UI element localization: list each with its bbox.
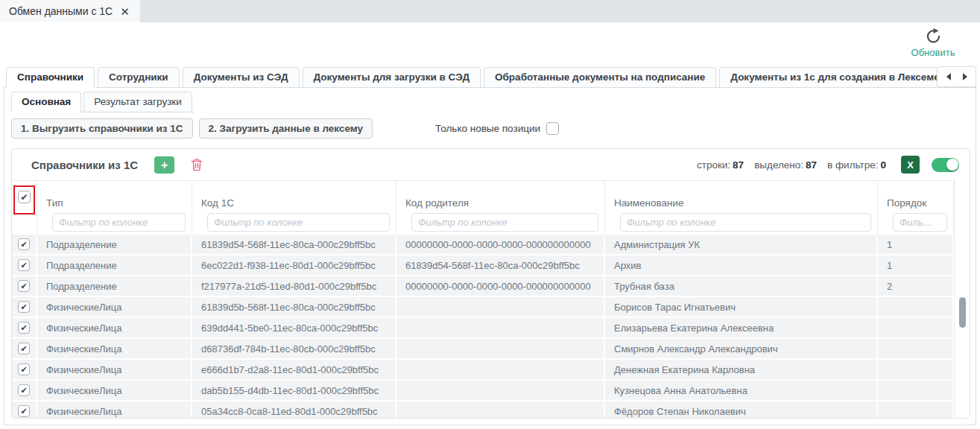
cell-code-1c: 6ec022d1-f938-11ec-80d1-000c29bff5bc xyxy=(192,255,396,276)
cell-parent-code xyxy=(396,318,605,339)
cell-code-1c: f217977a-21d5-11ed-80d1-000c29bff5bc xyxy=(192,276,396,297)
cell-name: Администрация УК xyxy=(605,235,878,255)
only-new-positions[interactable]: Только новые позиции xyxy=(435,122,559,135)
cell-parent-code xyxy=(396,401,605,419)
filter-input-type[interactable] xyxy=(52,213,186,232)
row-checkbox[interactable] xyxy=(18,259,30,271)
cell-name: Борисов Тарас Игнатьевич xyxy=(605,297,878,318)
subtab-load-result[interactable]: Результат загрузки xyxy=(83,92,192,112)
row-checkbox[interactable] xyxy=(18,384,30,396)
cell-code-1c: 61839d5b-568f-11ec-80ca-000c29bff5bc xyxy=(192,297,396,318)
vertical-scrollbar xyxy=(954,180,970,418)
cell-name: Смирнов Александр Александрович xyxy=(605,339,878,360)
cell-parent-code xyxy=(396,339,605,360)
cell-order xyxy=(878,339,954,360)
excel-export-button[interactable]: X xyxy=(901,156,920,174)
table-row[interactable]: Подразделение f217977a-21d5-11ed-80d1-00… xyxy=(12,276,954,297)
delete-row-button[interactable] xyxy=(189,156,204,173)
filter-input-name[interactable] xyxy=(620,213,871,232)
tab-sotrudniki[interactable]: Сотрудники xyxy=(98,67,180,88)
row-checkbox-cell xyxy=(12,360,37,381)
grid-header: Справочники из 1С + строки:87 выделено:8… xyxy=(12,149,970,180)
cell-type: ФизическиеЛица xyxy=(37,297,192,318)
cell-parent-code xyxy=(396,381,605,401)
table-row[interactable]: Подразделение 61839d54-568f-11ec-80ca-00… xyxy=(12,235,954,255)
cell-code-1c: e666d1b7-d2a8-11ec-80d1-000c29bff5bc xyxy=(192,360,396,381)
tab-docs-from-1c[interactable]: Документы из 1с для создания в Лексеме xyxy=(719,67,950,88)
add-row-button[interactable]: + xyxy=(154,156,174,174)
cell-parent-code: 00000000-0000-0000-0000-000000000000 xyxy=(396,276,605,297)
cell-order xyxy=(878,360,954,381)
row-checkbox-cell xyxy=(12,255,37,276)
tab-docs-from-sed[interactable]: Документы из СЭД xyxy=(183,67,300,88)
row-checkbox[interactable] xyxy=(18,238,30,250)
refresh-button[interactable]: Обновить xyxy=(905,27,961,58)
stat-selected: выделено:87 xyxy=(754,159,817,171)
cell-type: ФизическиеЛица xyxy=(37,339,192,360)
refresh-label: Обновить xyxy=(905,47,961,58)
only-new-positions-checkbox[interactable] xyxy=(546,122,559,135)
column-parent-code: Код родителя xyxy=(396,181,605,235)
column-code-1c: Код 1С xyxy=(192,181,396,235)
grid-panel: Справочники из 1С + строки:87 выделено:8… xyxy=(11,148,970,419)
row-checkbox[interactable] xyxy=(18,343,30,355)
grid-toggle[interactable] xyxy=(932,158,959,172)
cell-order xyxy=(878,381,954,401)
filter-input-order[interactable] xyxy=(893,213,947,232)
cell-code-1c: 61839d54-568f-11ec-80ca-000c29bff5bc xyxy=(192,235,396,255)
cell-type: ФизическиеЛица xyxy=(37,318,192,339)
table-row[interactable]: ФизическиеЛица d68736df-784b-11ec-80cb-0… xyxy=(12,339,954,360)
scrollbar-thumb[interactable] xyxy=(959,297,966,328)
tab-scroll-left-icon[interactable] xyxy=(946,73,951,80)
table-row[interactable]: ФизическиеЛица 05a34cc8-0ca8-11ed-80d1-0… xyxy=(12,401,954,419)
subtab-main[interactable]: Основная xyxy=(11,92,81,112)
table-row[interactable]: ФизическиеЛица 639dd441-5be0-11ec-80ca-0… xyxy=(12,318,954,339)
table-row[interactable]: ФизическиеЛица dab5b155-d4db-11ec-80d1-0… xyxy=(12,381,954,401)
cell-order xyxy=(878,297,954,318)
stat-filtered: в фильтре:0 xyxy=(827,159,886,171)
row-checkbox[interactable] xyxy=(18,280,30,292)
cell-type: Подразделение xyxy=(37,255,192,276)
table-row[interactable]: Подразделение 6ec022d1-f938-11ec-80d1-00… xyxy=(12,255,954,276)
cell-order xyxy=(878,318,954,339)
cell-type: ФизическиеЛица xyxy=(37,381,192,401)
load-to-lexema-button[interactable]: 2. Загрузить данные в лексему xyxy=(199,118,373,139)
filter-input-parent-code[interactable] xyxy=(411,213,598,232)
cell-parent-code: 61839d54-568f-11ec-80ca-000c29bff5bc xyxy=(396,255,605,276)
refresh-icon xyxy=(905,27,961,45)
document-tab[interactable]: Обмен данными с 1С ✕ xyxy=(0,0,140,22)
cell-code-1c: 05a34cc8-0ca8-11ed-80d1-000c29bff5bc xyxy=(192,401,396,419)
main-tabs: Справочники Сотрудники Документы из СЭД … xyxy=(4,66,976,88)
tab-spravochniki[interactable]: Справочники xyxy=(6,67,95,88)
cell-name: Архив xyxy=(605,255,878,276)
trash-icon xyxy=(189,163,204,174)
cell-parent-code: 00000000-0000-0000-0000-000000000000 xyxy=(396,235,605,255)
row-checkbox[interactable] xyxy=(18,405,30,417)
grid-header-right: строки:87 выделено:87 в фильтре:0 X xyxy=(686,156,959,174)
cell-code-1c: d68736df-784b-11ec-80cb-000c29bff5bc xyxy=(192,339,396,360)
table-row[interactable]: ФизическиеЛица e666d1b7-d2a8-11ec-80d1-0… xyxy=(12,360,954,381)
row-checkbox-cell xyxy=(12,297,37,318)
only-new-positions-label: Только новые позиции xyxy=(435,123,540,134)
column-name: Наименование xyxy=(605,181,878,235)
select-all-checkbox[interactable] xyxy=(18,191,31,203)
table-row[interactable]: ФизическиеЛица 61839d5b-568f-11ec-80ca-0… xyxy=(12,297,954,318)
filter-input-code-1c[interactable] xyxy=(207,213,390,232)
column-order: Порядок xyxy=(878,181,954,235)
close-icon[interactable]: ✕ xyxy=(120,6,130,17)
document-tab-title: Обмен данными с 1С xyxy=(9,5,113,17)
row-checkbox[interactable] xyxy=(18,301,30,313)
grid-title: Справочники из 1С xyxy=(31,159,138,171)
tab-scroll-right-icon[interactable] xyxy=(963,73,967,80)
column-type: Тип xyxy=(37,181,192,235)
row-checkbox[interactable] xyxy=(18,363,30,375)
row-checkbox-cell xyxy=(12,401,37,419)
row-checkbox[interactable] xyxy=(18,322,30,334)
cell-order: 2 xyxy=(878,276,954,297)
select-all-column xyxy=(12,181,37,235)
export-from-1c-button[interactable]: 1. Выгрузить справочники из 1С xyxy=(11,118,193,139)
tab-docs-to-sed[interactable]: Документы для загрузки в СЭД xyxy=(303,67,481,88)
sub-tabs: Основная Результат загрузки xyxy=(11,92,195,112)
tab-processed-docs[interactable]: Обработанные документы на подписание xyxy=(484,67,716,88)
cell-order: 1 xyxy=(878,235,954,255)
